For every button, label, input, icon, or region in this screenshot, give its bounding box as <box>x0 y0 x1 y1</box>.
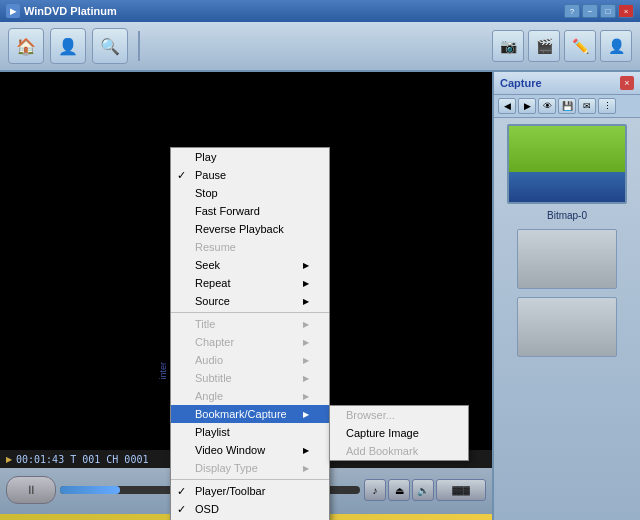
menu-stop-label: Stop <box>195 187 218 199</box>
menu-osd[interactable]: ✓ OSD <box>171 500 329 518</box>
menu-repeat-label: Repeat <box>195 277 230 289</box>
dt-arrow: ▶ <box>303 464 309 473</box>
submenu-bookmark[interactable]: Browser... Capture Image Add Bookmark <box>329 405 469 461</box>
cap-email-button[interactable]: ✉ <box>578 98 596 114</box>
menu-playlist-label: Playlist <box>195 426 230 438</box>
menu-video-window[interactable]: Video Window ▶ <box>171 441 329 459</box>
home-button[interactable]: 🏠 <box>8 28 44 64</box>
menu-bookmark-capture[interactable]: Bookmark/Capture ▶ Browser... Capture Im… <box>171 405 329 423</box>
app-title: WinDVD Platinum <box>24 5 117 17</box>
main-area: Play ✓ Pause Stop Fast Forward Reverse P… <box>0 72 640 520</box>
chapter-arrow: ▶ <box>303 338 309 347</box>
video-screen[interactable]: Play ✓ Pause Stop Fast Forward Reverse P… <box>0 72 492 450</box>
audio-arrow: ▶ <box>303 356 309 365</box>
timecode-icon: ▶ <box>6 455 12 464</box>
menu-stop[interactable]: Stop <box>171 184 329 202</box>
pause-check: ✓ <box>177 169 186 182</box>
repeat-arrow: ▶ <box>303 279 309 288</box>
cap-more-button[interactable]: ⋮ <box>598 98 616 114</box>
search-button[interactable]: 🔍 <box>92 28 128 64</box>
video-button[interactable]: 🎬 <box>528 30 560 62</box>
camera-button[interactable]: 📷 <box>492 30 524 62</box>
profile-button[interactable]: 👤 <box>600 30 632 62</box>
thumbnail-small-1[interactable] <box>517 229 617 289</box>
help-button[interactable]: ? <box>564 4 580 18</box>
seek-arrow: ▶ <box>303 261 309 270</box>
source-arrow: ▶ <box>303 297 309 306</box>
menu-title: Title ▶ <box>171 315 329 333</box>
menu-source[interactable]: Source ▶ <box>171 292 329 310</box>
timecode-text: 00:01:43 T 001 CH 0001 <box>16 454 148 465</box>
context-menu[interactable]: Play ✓ Pause Stop Fast Forward Reverse P… <box>170 147 330 520</box>
menu-audio-label: Audio <box>195 354 223 366</box>
capture-title: Capture <box>500 77 542 89</box>
maximize-button[interactable]: □ <box>600 4 616 18</box>
menu-pause[interactable]: ✓ Pause <box>171 166 329 184</box>
thumbnail-small-2[interactable] <box>517 297 617 357</box>
menu-player-toolbar[interactable]: ✓ Player/Toolbar <box>171 482 329 500</box>
menu-seek-label: Seek <box>195 259 220 271</box>
angle-arrow: ▶ <box>303 392 309 401</box>
menu-repeat[interactable]: Repeat ▶ <box>171 274 329 292</box>
osd-check: ✓ <box>177 503 186 516</box>
volume-button[interactable]: 🔊 <box>412 479 434 501</box>
control-buttons: ♪ ⏏ 🔊 ▓▓▓ <box>364 479 486 501</box>
cap-eye-button[interactable]: 👁 <box>538 98 556 114</box>
menu-title-label: Title <box>195 318 215 330</box>
separator-2 <box>171 479 329 480</box>
menu-chapter-label: Chapter <box>195 336 234 348</box>
menu-bc-label: Bookmark/Capture <box>195 408 287 420</box>
menu-angle-label: Angle <box>195 390 223 402</box>
progress-fill <box>60 486 120 494</box>
menu-subtitle: Subtitle ▶ <box>171 369 329 387</box>
submenu-add-bookmark: Add Bookmark <box>330 442 468 460</box>
submenu-ci-label: Capture Image <box>346 427 419 439</box>
submenu-browser-label: Browser... <box>346 409 395 421</box>
video-area: Play ✓ Pause Stop Fast Forward Reverse P… <box>0 72 492 520</box>
menu-display-type: Display Type ▶ <box>171 459 329 477</box>
menu-angle: Angle ▶ <box>171 387 329 405</box>
app-icon: ▶ <box>6 4 20 18</box>
close-button[interactable]: × <box>618 4 634 18</box>
separator-1 <box>171 312 329 313</box>
subtitle-arrow: ▶ <box>303 374 309 383</box>
menu-reverse-playback[interactable]: Reverse Playback <box>171 220 329 238</box>
minimize-button[interactable]: − <box>582 4 598 18</box>
thumbnail-main[interactable] <box>507 124 627 204</box>
menu-play[interactable]: Play <box>171 148 329 166</box>
menu-playlist[interactable]: Playlist <box>171 423 329 441</box>
toolbar-right: 📷 🎬 ✏️ 👤 <box>492 30 632 62</box>
cap-next-button[interactable]: ▶ <box>518 98 536 114</box>
settings-button[interactable]: ▓▓▓ <box>436 479 486 501</box>
toolbar: 🏠 👤 🔍 📷 🎬 ✏️ 👤 <box>0 22 640 72</box>
title-bar-controls: ? − □ × <box>564 4 634 18</box>
pt-check: ✓ <box>177 485 186 498</box>
menu-fast-forward[interactable]: Fast Forward <box>171 202 329 220</box>
edit-button[interactable]: ✏️ <box>564 30 596 62</box>
menu-seek[interactable]: Seek ▶ <box>171 256 329 274</box>
menu-pause-label: Pause <box>195 169 226 181</box>
user-button[interactable]: 👤 <box>50 28 86 64</box>
toolbar-separator <box>138 31 140 61</box>
menu-audio: Audio ▶ <box>171 351 329 369</box>
submenu-capture-image[interactable]: Capture Image <box>330 424 468 442</box>
capture-toolbar: ◀ ▶ 👁 💾 ✉ ⋮ <box>494 95 640 118</box>
play-icon: ⏸ <box>25 483 37 497</box>
vw-arrow: ▶ <box>303 446 309 455</box>
menu-play-label: Play <box>195 151 216 163</box>
menu-resume: Resume <box>171 238 329 256</box>
bc-arrow: ▶ <box>303 410 309 419</box>
play-pause-button[interactable]: ⏸ <box>6 476 56 504</box>
eject-button[interactable]: ⏏ <box>388 479 410 501</box>
capture-close-button[interactable]: × <box>620 76 634 90</box>
inter-brand: inter <box>158 362 168 380</box>
menu-rp-label: Reverse Playback <box>195 223 284 235</box>
thumbnail-label: Bitmap-0 <box>494 210 640 221</box>
menu-chapter: Chapter ▶ <box>171 333 329 351</box>
music-button[interactable]: ♪ <box>364 479 386 501</box>
sidebar: Capture × ◀ ▶ 👁 💾 ✉ ⋮ Bitmap-0 <box>492 72 640 520</box>
menu-pt-label: Player/Toolbar <box>195 485 265 497</box>
cap-save-button[interactable]: 💾 <box>558 98 576 114</box>
cap-prev-button[interactable]: ◀ <box>498 98 516 114</box>
menu-vw-label: Video Window <box>195 444 265 456</box>
